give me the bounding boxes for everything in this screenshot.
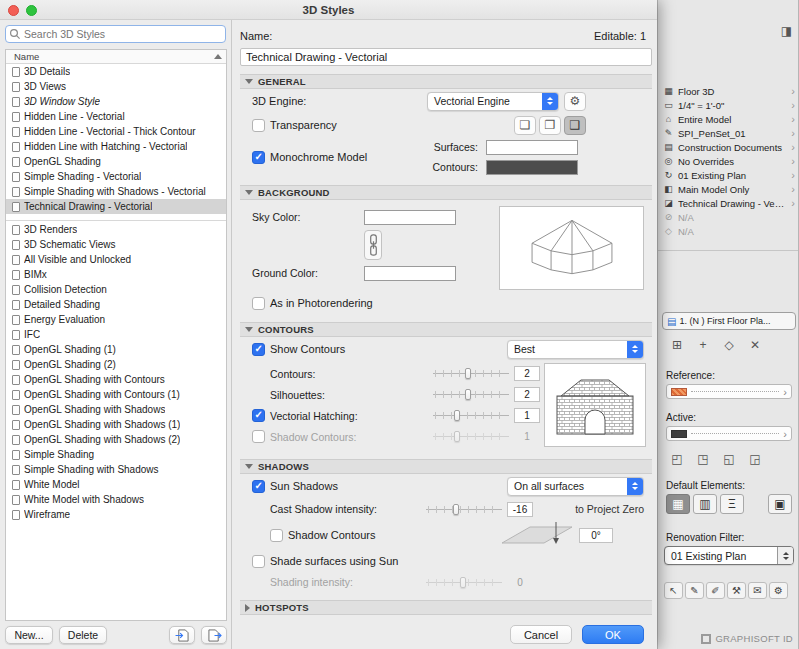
quick-option-entire-model[interactable]: ⌂Entire Model› bbox=[662, 112, 796, 126]
vectorial-hatching-checkbox[interactable] bbox=[252, 409, 265, 422]
library-element-icon[interactable]: ▣ bbox=[768, 494, 792, 514]
search-input[interactable] bbox=[5, 25, 226, 43]
vectorial-hatching-value[interactable]: 1 bbox=[514, 408, 540, 423]
reference-selector[interactable]: › bbox=[666, 384, 792, 399]
quick-option-layer-combination[interactable]: ▤Construction Documents› bbox=[662, 140, 796, 154]
list-item[interactable]: Simple Shading with Shadows bbox=[6, 462, 226, 477]
active-selector[interactable]: › bbox=[666, 426, 792, 441]
quick-option-model-view[interactable]: ◧Main Model Only› bbox=[662, 182, 796, 196]
slider-thumb[interactable] bbox=[465, 368, 471, 379]
list-item[interactable]: OpenGL Shading with Shadows bbox=[6, 402, 226, 417]
slider-thumb[interactable] bbox=[454, 410, 460, 421]
transparency-partial-icon[interactable]: ❐ bbox=[539, 116, 561, 135]
shadow-contours-slider[interactable] bbox=[433, 430, 509, 443]
shade-sun-checkbox[interactable] bbox=[252, 555, 265, 568]
shadow-angle-value[interactable]: 0° bbox=[579, 528, 613, 543]
list-item[interactable]: Hidden Line with Hatching - Vectorial bbox=[6, 139, 226, 154]
dialog-titlebar[interactable]: 3D Styles bbox=[0, 0, 657, 20]
contours-color-swatch[interactable] bbox=[486, 160, 578, 175]
quick-option-overrides[interactable]: ◎No Overrides› bbox=[662, 154, 796, 168]
link-colors-button[interactable] bbox=[364, 230, 382, 260]
slider-thumb[interactable] bbox=[453, 504, 459, 515]
list-item[interactable]: Energy Evaluation bbox=[6, 312, 226, 327]
list-item[interactable]: OpenGL Shading bbox=[6, 154, 226, 169]
close-button[interactable] bbox=[8, 5, 19, 16]
ok-button[interactable]: OK bbox=[582, 625, 644, 644]
zoom-button[interactable] bbox=[26, 5, 37, 16]
style-name-input[interactable] bbox=[240, 48, 652, 66]
trace-swap-icon[interactable]: ◳ bbox=[694, 452, 712, 466]
transparency-checkbox[interactable] bbox=[252, 119, 265, 132]
contour-quality-dropdown[interactable]: Best bbox=[507, 340, 644, 359]
fit-view-icon[interactable]: ⊞ bbox=[668, 338, 686, 352]
shadow-surfaces-dropdown[interactable]: On all surfaces bbox=[507, 477, 644, 496]
transparency-off-icon[interactable]: ❏ bbox=[514, 116, 536, 135]
list-item[interactable]: 3D Window Style bbox=[6, 94, 226, 109]
name-column-header[interactable]: Name bbox=[6, 50, 226, 64]
quick-option-pen-set[interactable]: ✎SPI_PenSet_01› bbox=[662, 126, 796, 140]
quick-option-scale[interactable]: ▭1/4" = 1'-0"› bbox=[662, 98, 796, 112]
list-item[interactable]: OpenGL Shading with Shadows (1) bbox=[6, 417, 226, 432]
engine-dropdown[interactable]: Vectorial Engine bbox=[427, 92, 559, 111]
list-item[interactable]: OpenGL Shading (1) bbox=[6, 342, 226, 357]
section-hotspots-header[interactable]: HOTSPOTS bbox=[240, 600, 652, 615]
view-tab[interactable]: ▤ 1. (N ) First Floor Pla... bbox=[662, 312, 796, 330]
silhouettes-slider[interactable] bbox=[433, 388, 509, 401]
vectorial-hatching-slider[interactable] bbox=[433, 409, 509, 422]
list-item[interactable]: OpenGL Shading with Contours (1) bbox=[6, 387, 226, 402]
trace-settings-icon[interactable]: ◲ bbox=[746, 452, 764, 466]
list-item[interactable]: Collision Detection bbox=[6, 282, 226, 297]
list-item[interactable]: Simple Shading bbox=[6, 447, 226, 462]
shadow-contours-checkbox[interactable] bbox=[270, 529, 283, 542]
renovation-filter-dropdown[interactable]: 01 Existing Plan bbox=[664, 546, 794, 565]
cast-shadow-value[interactable]: -16 bbox=[507, 502, 533, 517]
transparency-on-icon[interactable]: ❑ bbox=[564, 116, 586, 135]
import-styles-button[interactable] bbox=[169, 626, 195, 644]
list-item[interactable]: 3D Schematic Views bbox=[6, 237, 226, 252]
delete-button[interactable]: Delete bbox=[59, 626, 107, 644]
message-icon[interactable]: ✉ bbox=[748, 582, 767, 599]
list-item[interactable]: Technical Drawing - Vectorial bbox=[6, 199, 226, 214]
ground-color-swatch[interactable] bbox=[364, 266, 456, 281]
list-item[interactable]: BIMx bbox=[6, 267, 226, 282]
quick-option-style-3d[interactable]: ◪Technical Drawing - Vector...› bbox=[662, 196, 796, 210]
contours-value[interactable]: 2 bbox=[514, 366, 540, 381]
select-tool-icon[interactable]: ↖ bbox=[664, 582, 683, 599]
shadow-contours-checkbox[interactable] bbox=[252, 430, 265, 443]
list-item[interactable]: Detailed Shading bbox=[6, 297, 226, 312]
list-item[interactable]: 3D Views bbox=[6, 79, 226, 94]
list-item[interactable]: 3D Details bbox=[6, 64, 226, 79]
list-item[interactable]: IFC bbox=[6, 327, 226, 342]
section-shadows-header[interactable]: SHADOWS bbox=[240, 459, 652, 474]
list-item[interactable]: White Model bbox=[6, 477, 226, 492]
slider-thumb[interactable] bbox=[465, 389, 471, 400]
list-item[interactable]: OpenGL Shading with Contours bbox=[6, 372, 226, 387]
engine-settings-button[interactable]: ⚙ bbox=[564, 92, 586, 111]
cancel-button[interactable]: Cancel bbox=[510, 625, 572, 644]
list-item[interactable]: White Model with Shadows bbox=[6, 492, 226, 507]
surfaces-color-swatch[interactable] bbox=[486, 140, 578, 155]
build-tool-icon[interactable]: ⚒ bbox=[727, 582, 746, 599]
sky-color-swatch[interactable] bbox=[364, 210, 456, 225]
export-styles-button[interactable] bbox=[201, 626, 227, 644]
list-item[interactable]: Hidden Line - Vectorial bbox=[6, 109, 226, 124]
panel-toggle-icon[interactable]: ◨ bbox=[781, 24, 792, 38]
trace-split-icon[interactable]: ◱ bbox=[720, 452, 738, 466]
cast-shadow-slider[interactable] bbox=[426, 503, 502, 516]
add-view-icon[interactable]: + bbox=[694, 338, 712, 352]
settings-icon[interactable]: ⚙ bbox=[769, 582, 788, 599]
show-contours-checkbox[interactable] bbox=[252, 343, 265, 356]
beam-element-icon[interactable]: Ξ bbox=[720, 494, 744, 514]
monochrome-checkbox[interactable] bbox=[252, 151, 265, 164]
trace-switch-icon[interactable]: ◰ bbox=[668, 452, 686, 466]
contours-slider[interactable] bbox=[433, 367, 509, 380]
list-item[interactable]: OpenGL Shading (2) bbox=[6, 357, 226, 372]
slab-element-icon[interactable]: ▥ bbox=[693, 494, 717, 514]
search-field[interactable] bbox=[5, 25, 226, 43]
quick-option-renovation[interactable]: ↻01 Existing Plan› bbox=[662, 168, 796, 182]
pen-tool-icon[interactable]: ✎ bbox=[685, 582, 704, 599]
list-item[interactable]: 3D Renders bbox=[6, 222, 226, 237]
list-item[interactable]: Simple Shading with Shadows - Vectorial bbox=[6, 184, 226, 199]
shadow-direction-preview[interactable] bbox=[500, 521, 574, 549]
quick-option-na-1[interactable]: ⊘N/A bbox=[662, 210, 796, 224]
